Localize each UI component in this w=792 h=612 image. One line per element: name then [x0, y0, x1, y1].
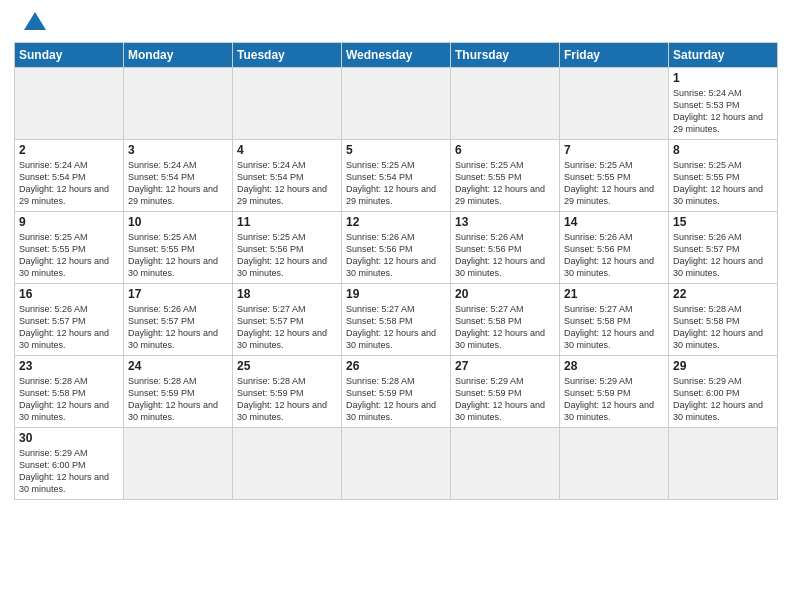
day-number: 4 [237, 143, 337, 157]
day-number: 27 [455, 359, 555, 373]
calendar-day-cell: 24Sunrise: 5:28 AMSunset: 5:59 PMDayligh… [124, 356, 233, 428]
day-number: 2 [19, 143, 119, 157]
day-info: Sunrise: 5:28 AMSunset: 5:59 PMDaylight:… [346, 375, 446, 424]
column-header-wednesday: Wednesday [342, 43, 451, 68]
day-info: Sunrise: 5:28 AMSunset: 5:59 PMDaylight:… [128, 375, 228, 424]
day-info: Sunrise: 5:25 AMSunset: 5:55 PMDaylight:… [564, 159, 664, 208]
day-info: Sunrise: 5:28 AMSunset: 5:58 PMDaylight:… [673, 303, 773, 352]
day-info: Sunrise: 5:26 AMSunset: 5:56 PMDaylight:… [564, 231, 664, 280]
calendar-day-cell: 5Sunrise: 5:25 AMSunset: 5:54 PMDaylight… [342, 140, 451, 212]
day-info: Sunrise: 5:26 AMSunset: 5:57 PMDaylight:… [19, 303, 119, 352]
day-number: 18 [237, 287, 337, 301]
calendar-day-cell [451, 68, 560, 140]
calendar-day-cell: 22Sunrise: 5:28 AMSunset: 5:58 PMDayligh… [669, 284, 778, 356]
day-info: Sunrise: 5:24 AMSunset: 5:54 PMDaylight:… [19, 159, 119, 208]
day-info: Sunrise: 5:28 AMSunset: 5:58 PMDaylight:… [19, 375, 119, 424]
day-info: Sunrise: 5:25 AMSunset: 5:55 PMDaylight:… [455, 159, 555, 208]
column-header-tuesday: Tuesday [233, 43, 342, 68]
day-info: Sunrise: 5:26 AMSunset: 5:56 PMDaylight:… [455, 231, 555, 280]
svg-marker-0 [24, 12, 46, 30]
day-info: Sunrise: 5:27 AMSunset: 5:57 PMDaylight:… [237, 303, 337, 352]
day-number: 17 [128, 287, 228, 301]
day-number: 1 [673, 71, 773, 85]
day-info: Sunrise: 5:28 AMSunset: 5:59 PMDaylight:… [237, 375, 337, 424]
calendar-day-cell: 16Sunrise: 5:26 AMSunset: 5:57 PMDayligh… [15, 284, 124, 356]
day-info: Sunrise: 5:25 AMSunset: 5:55 PMDaylight:… [673, 159, 773, 208]
day-number: 30 [19, 431, 119, 445]
logo-area [14, 10, 46, 36]
day-number: 12 [346, 215, 446, 229]
calendar-day-cell [342, 68, 451, 140]
calendar-week-row: 16Sunrise: 5:26 AMSunset: 5:57 PMDayligh… [15, 284, 778, 356]
day-info: Sunrise: 5:26 AMSunset: 5:57 PMDaylight:… [673, 231, 773, 280]
column-header-saturday: Saturday [669, 43, 778, 68]
calendar-week-row: 2Sunrise: 5:24 AMSunset: 5:54 PMDaylight… [15, 140, 778, 212]
calendar-week-row: 23Sunrise: 5:28 AMSunset: 5:58 PMDayligh… [15, 356, 778, 428]
day-number: 3 [128, 143, 228, 157]
calendar-day-cell [233, 428, 342, 500]
day-info: Sunrise: 5:29 AMSunset: 5:59 PMDaylight:… [455, 375, 555, 424]
day-info: Sunrise: 5:24 AMSunset: 5:54 PMDaylight:… [128, 159, 228, 208]
calendar-day-cell: 12Sunrise: 5:26 AMSunset: 5:56 PMDayligh… [342, 212, 451, 284]
calendar-day-cell: 8Sunrise: 5:25 AMSunset: 5:55 PMDaylight… [669, 140, 778, 212]
day-info: Sunrise: 5:29 AMSunset: 6:00 PMDaylight:… [673, 375, 773, 424]
calendar-day-cell: 2Sunrise: 5:24 AMSunset: 5:54 PMDaylight… [15, 140, 124, 212]
calendar-week-row: 9Sunrise: 5:25 AMSunset: 5:55 PMDaylight… [15, 212, 778, 284]
calendar-day-cell: 13Sunrise: 5:26 AMSunset: 5:56 PMDayligh… [451, 212, 560, 284]
calendar-header-row: SundayMondayTuesdayWednesdayThursdayFrid… [15, 43, 778, 68]
calendar-week-row: 1Sunrise: 5:24 AMSunset: 5:53 PMDaylight… [15, 68, 778, 140]
day-info: Sunrise: 5:29 AMSunset: 5:59 PMDaylight:… [564, 375, 664, 424]
day-number: 21 [564, 287, 664, 301]
day-info: Sunrise: 5:27 AMSunset: 5:58 PMDaylight:… [346, 303, 446, 352]
calendar-day-cell [451, 428, 560, 500]
calendar-day-cell [124, 428, 233, 500]
day-number: 5 [346, 143, 446, 157]
day-info: Sunrise: 5:25 AMSunset: 5:56 PMDaylight:… [237, 231, 337, 280]
calendar-day-cell: 7Sunrise: 5:25 AMSunset: 5:55 PMDaylight… [560, 140, 669, 212]
header [14, 10, 778, 36]
calendar-day-cell: 11Sunrise: 5:25 AMSunset: 5:56 PMDayligh… [233, 212, 342, 284]
day-info: Sunrise: 5:26 AMSunset: 5:57 PMDaylight:… [128, 303, 228, 352]
calendar-day-cell: 20Sunrise: 5:27 AMSunset: 5:58 PMDayligh… [451, 284, 560, 356]
logo-icon [24, 10, 46, 32]
calendar-day-cell [15, 68, 124, 140]
day-number: 29 [673, 359, 773, 373]
calendar-day-cell [560, 68, 669, 140]
calendar-day-cell: 9Sunrise: 5:25 AMSunset: 5:55 PMDaylight… [15, 212, 124, 284]
calendar-day-cell: 1Sunrise: 5:24 AMSunset: 5:53 PMDaylight… [669, 68, 778, 140]
calendar-table: SundayMondayTuesdayWednesdayThursdayFrid… [14, 42, 778, 500]
day-number: 20 [455, 287, 555, 301]
day-number: 16 [19, 287, 119, 301]
calendar-day-cell [342, 428, 451, 500]
calendar-day-cell: 29Sunrise: 5:29 AMSunset: 6:00 PMDayligh… [669, 356, 778, 428]
day-number: 23 [19, 359, 119, 373]
day-number: 10 [128, 215, 228, 229]
calendar-week-row: 30Sunrise: 5:29 AMSunset: 6:00 PMDayligh… [15, 428, 778, 500]
calendar-day-cell: 14Sunrise: 5:26 AMSunset: 5:56 PMDayligh… [560, 212, 669, 284]
day-info: Sunrise: 5:24 AMSunset: 5:54 PMDaylight:… [237, 159, 337, 208]
day-info: Sunrise: 5:27 AMSunset: 5:58 PMDaylight:… [455, 303, 555, 352]
calendar-day-cell: 27Sunrise: 5:29 AMSunset: 5:59 PMDayligh… [451, 356, 560, 428]
column-header-monday: Monday [124, 43, 233, 68]
day-info: Sunrise: 5:25 AMSunset: 5:54 PMDaylight:… [346, 159, 446, 208]
day-number: 9 [19, 215, 119, 229]
calendar-day-cell [233, 68, 342, 140]
calendar-day-cell [560, 428, 669, 500]
day-number: 7 [564, 143, 664, 157]
calendar-day-cell: 15Sunrise: 5:26 AMSunset: 5:57 PMDayligh… [669, 212, 778, 284]
day-info: Sunrise: 5:29 AMSunset: 6:00 PMDaylight:… [19, 447, 119, 496]
calendar-day-cell: 10Sunrise: 5:25 AMSunset: 5:55 PMDayligh… [124, 212, 233, 284]
calendar-day-cell [669, 428, 778, 500]
day-number: 6 [455, 143, 555, 157]
day-number: 25 [237, 359, 337, 373]
calendar-day-cell [124, 68, 233, 140]
calendar-day-cell: 28Sunrise: 5:29 AMSunset: 5:59 PMDayligh… [560, 356, 669, 428]
day-number: 19 [346, 287, 446, 301]
day-info: Sunrise: 5:26 AMSunset: 5:56 PMDaylight:… [346, 231, 446, 280]
column-header-thursday: Thursday [451, 43, 560, 68]
calendar-day-cell: 19Sunrise: 5:27 AMSunset: 5:58 PMDayligh… [342, 284, 451, 356]
calendar-day-cell: 23Sunrise: 5:28 AMSunset: 5:58 PMDayligh… [15, 356, 124, 428]
day-number: 22 [673, 287, 773, 301]
day-number: 11 [237, 215, 337, 229]
calendar-day-cell: 4Sunrise: 5:24 AMSunset: 5:54 PMDaylight… [233, 140, 342, 212]
